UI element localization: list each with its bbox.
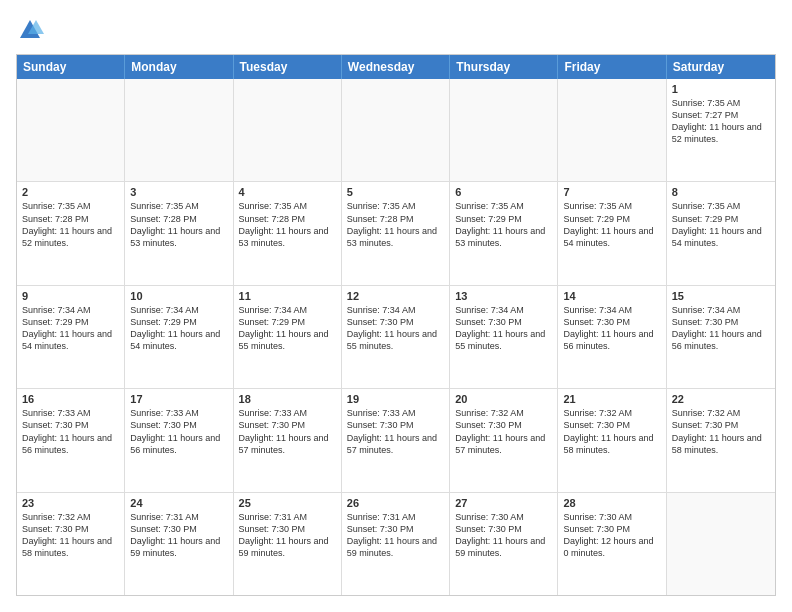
- cell-info: Sunrise: 7:34 AM Sunset: 7:29 PM Dayligh…: [239, 304, 336, 353]
- cell-info: Sunrise: 7:35 AM Sunset: 7:28 PM Dayligh…: [22, 200, 119, 249]
- calendar-cell: [450, 79, 558, 181]
- cell-info: Sunrise: 7:34 AM Sunset: 7:30 PM Dayligh…: [672, 304, 770, 353]
- day-number: 9: [22, 290, 119, 302]
- calendar-row: 23Sunrise: 7:32 AM Sunset: 7:30 PM Dayli…: [17, 493, 775, 595]
- logo-icon: [16, 16, 44, 44]
- day-number: 13: [455, 290, 552, 302]
- day-number: 21: [563, 393, 660, 405]
- day-number: 12: [347, 290, 444, 302]
- cell-info: Sunrise: 7:35 AM Sunset: 7:29 PM Dayligh…: [563, 200, 660, 249]
- calendar-cell: 21Sunrise: 7:32 AM Sunset: 7:30 PM Dayli…: [558, 389, 666, 491]
- cell-info: Sunrise: 7:34 AM Sunset: 7:30 PM Dayligh…: [347, 304, 444, 353]
- calendar-cell: 10Sunrise: 7:34 AM Sunset: 7:29 PM Dayli…: [125, 286, 233, 388]
- calendar-cell: 11Sunrise: 7:34 AM Sunset: 7:29 PM Dayli…: [234, 286, 342, 388]
- day-number: 24: [130, 497, 227, 509]
- calendar-cell: [234, 79, 342, 181]
- calendar-cell: 15Sunrise: 7:34 AM Sunset: 7:30 PM Dayli…: [667, 286, 775, 388]
- day-number: 8: [672, 186, 770, 198]
- calendar-cell: 4Sunrise: 7:35 AM Sunset: 7:28 PM Daylig…: [234, 182, 342, 284]
- calendar-cell: 26Sunrise: 7:31 AM Sunset: 7:30 PM Dayli…: [342, 493, 450, 595]
- logo: [16, 16, 48, 44]
- cell-info: Sunrise: 7:35 AM Sunset: 7:29 PM Dayligh…: [455, 200, 552, 249]
- day-number: 16: [22, 393, 119, 405]
- calendar-cell: 25Sunrise: 7:31 AM Sunset: 7:30 PM Dayli…: [234, 493, 342, 595]
- calendar-cell: 6Sunrise: 7:35 AM Sunset: 7:29 PM Daylig…: [450, 182, 558, 284]
- calendar-cell: 14Sunrise: 7:34 AM Sunset: 7:30 PM Dayli…: [558, 286, 666, 388]
- calendar-cell: 7Sunrise: 7:35 AM Sunset: 7:29 PM Daylig…: [558, 182, 666, 284]
- day-number: 3: [130, 186, 227, 198]
- header: [16, 16, 776, 44]
- day-number: 2: [22, 186, 119, 198]
- weekday-header: Saturday: [667, 55, 775, 79]
- calendar-cell: 28Sunrise: 7:30 AM Sunset: 7:30 PM Dayli…: [558, 493, 666, 595]
- cell-info: Sunrise: 7:34 AM Sunset: 7:30 PM Dayligh…: [455, 304, 552, 353]
- calendar-cell: 17Sunrise: 7:33 AM Sunset: 7:30 PM Dayli…: [125, 389, 233, 491]
- weekday-header: Monday: [125, 55, 233, 79]
- cell-info: Sunrise: 7:30 AM Sunset: 7:30 PM Dayligh…: [455, 511, 552, 560]
- calendar: SundayMondayTuesdayWednesdayThursdayFrid…: [16, 54, 776, 596]
- calendar-cell: 16Sunrise: 7:33 AM Sunset: 7:30 PM Dayli…: [17, 389, 125, 491]
- day-number: 1: [672, 83, 770, 95]
- cell-info: Sunrise: 7:35 AM Sunset: 7:28 PM Dayligh…: [130, 200, 227, 249]
- weekday-header: Thursday: [450, 55, 558, 79]
- day-number: 10: [130, 290, 227, 302]
- day-number: 28: [563, 497, 660, 509]
- cell-info: Sunrise: 7:34 AM Sunset: 7:29 PM Dayligh…: [22, 304, 119, 353]
- calendar-cell: 5Sunrise: 7:35 AM Sunset: 7:28 PM Daylig…: [342, 182, 450, 284]
- weekday-header: Sunday: [17, 55, 125, 79]
- weekday-header: Wednesday: [342, 55, 450, 79]
- day-number: 22: [672, 393, 770, 405]
- calendar-header: SundayMondayTuesdayWednesdayThursdayFrid…: [17, 55, 775, 79]
- day-number: 17: [130, 393, 227, 405]
- calendar-row: 16Sunrise: 7:33 AM Sunset: 7:30 PM Dayli…: [17, 389, 775, 492]
- calendar-row: 9Sunrise: 7:34 AM Sunset: 7:29 PM Daylig…: [17, 286, 775, 389]
- cell-info: Sunrise: 7:32 AM Sunset: 7:30 PM Dayligh…: [22, 511, 119, 560]
- calendar-cell: 22Sunrise: 7:32 AM Sunset: 7:30 PM Dayli…: [667, 389, 775, 491]
- calendar-cell: 8Sunrise: 7:35 AM Sunset: 7:29 PM Daylig…: [667, 182, 775, 284]
- day-number: 18: [239, 393, 336, 405]
- cell-info: Sunrise: 7:33 AM Sunset: 7:30 PM Dayligh…: [22, 407, 119, 456]
- calendar-body: 1Sunrise: 7:35 AM Sunset: 7:27 PM Daylig…: [17, 79, 775, 595]
- cell-info: Sunrise: 7:31 AM Sunset: 7:30 PM Dayligh…: [130, 511, 227, 560]
- cell-info: Sunrise: 7:30 AM Sunset: 7:30 PM Dayligh…: [563, 511, 660, 560]
- day-number: 7: [563, 186, 660, 198]
- cell-info: Sunrise: 7:31 AM Sunset: 7:30 PM Dayligh…: [239, 511, 336, 560]
- calendar-cell: 9Sunrise: 7:34 AM Sunset: 7:29 PM Daylig…: [17, 286, 125, 388]
- weekday-header: Friday: [558, 55, 666, 79]
- cell-info: Sunrise: 7:32 AM Sunset: 7:30 PM Dayligh…: [672, 407, 770, 456]
- page: SundayMondayTuesdayWednesdayThursdayFrid…: [0, 0, 792, 612]
- calendar-cell: 3Sunrise: 7:35 AM Sunset: 7:28 PM Daylig…: [125, 182, 233, 284]
- calendar-cell: 24Sunrise: 7:31 AM Sunset: 7:30 PM Dayli…: [125, 493, 233, 595]
- cell-info: Sunrise: 7:31 AM Sunset: 7:30 PM Dayligh…: [347, 511, 444, 560]
- calendar-cell: [125, 79, 233, 181]
- cell-info: Sunrise: 7:34 AM Sunset: 7:29 PM Dayligh…: [130, 304, 227, 353]
- day-number: 27: [455, 497, 552, 509]
- cell-info: Sunrise: 7:33 AM Sunset: 7:30 PM Dayligh…: [239, 407, 336, 456]
- calendar-cell: 2Sunrise: 7:35 AM Sunset: 7:28 PM Daylig…: [17, 182, 125, 284]
- cell-info: Sunrise: 7:35 AM Sunset: 7:28 PM Dayligh…: [347, 200, 444, 249]
- day-number: 11: [239, 290, 336, 302]
- calendar-cell: 1Sunrise: 7:35 AM Sunset: 7:27 PM Daylig…: [667, 79, 775, 181]
- calendar-cell: 18Sunrise: 7:33 AM Sunset: 7:30 PM Dayli…: [234, 389, 342, 491]
- day-number: 23: [22, 497, 119, 509]
- cell-info: Sunrise: 7:32 AM Sunset: 7:30 PM Dayligh…: [455, 407, 552, 456]
- calendar-cell: 20Sunrise: 7:32 AM Sunset: 7:30 PM Dayli…: [450, 389, 558, 491]
- day-number: 5: [347, 186, 444, 198]
- day-number: 14: [563, 290, 660, 302]
- calendar-row: 2Sunrise: 7:35 AM Sunset: 7:28 PM Daylig…: [17, 182, 775, 285]
- calendar-cell: 13Sunrise: 7:34 AM Sunset: 7:30 PM Dayli…: [450, 286, 558, 388]
- weekday-header: Tuesday: [234, 55, 342, 79]
- calendar-cell: 19Sunrise: 7:33 AM Sunset: 7:30 PM Dayli…: [342, 389, 450, 491]
- calendar-cell: 23Sunrise: 7:32 AM Sunset: 7:30 PM Dayli…: [17, 493, 125, 595]
- cell-info: Sunrise: 7:35 AM Sunset: 7:28 PM Dayligh…: [239, 200, 336, 249]
- calendar-cell: [667, 493, 775, 595]
- calendar-cell: 27Sunrise: 7:30 AM Sunset: 7:30 PM Dayli…: [450, 493, 558, 595]
- cell-info: Sunrise: 7:35 AM Sunset: 7:27 PM Dayligh…: [672, 97, 770, 146]
- cell-info: Sunrise: 7:34 AM Sunset: 7:30 PM Dayligh…: [563, 304, 660, 353]
- calendar-row: 1Sunrise: 7:35 AM Sunset: 7:27 PM Daylig…: [17, 79, 775, 182]
- cell-info: Sunrise: 7:35 AM Sunset: 7:29 PM Dayligh…: [672, 200, 770, 249]
- cell-info: Sunrise: 7:33 AM Sunset: 7:30 PM Dayligh…: [347, 407, 444, 456]
- day-number: 4: [239, 186, 336, 198]
- cell-info: Sunrise: 7:32 AM Sunset: 7:30 PM Dayligh…: [563, 407, 660, 456]
- day-number: 26: [347, 497, 444, 509]
